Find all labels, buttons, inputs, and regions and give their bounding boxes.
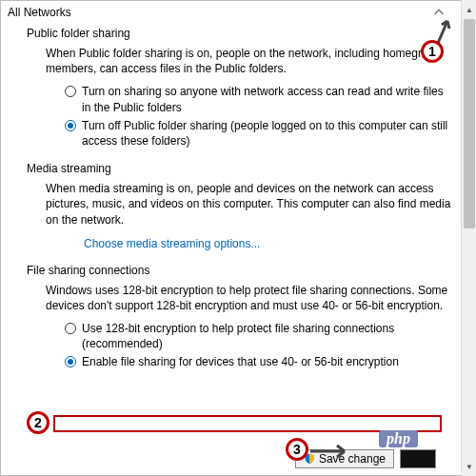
php-badge: php xyxy=(379,430,418,447)
vertical-scrollbar[interactable]: ▲ ▼ xyxy=(461,0,476,476)
file-sharing-connections-section: File sharing connections Windows uses 12… xyxy=(8,260,453,370)
all-networks-heading[interactable]: All Networks xyxy=(8,4,453,23)
annotation-callout-2: 2 xyxy=(27,411,50,434)
radio-icon xyxy=(65,356,76,367)
fsc-radio-40-56bit[interactable]: Enable file sharing for devices that use… xyxy=(65,354,453,369)
annotation-callout-1: 1 xyxy=(421,40,444,63)
pfs-opt2-label: Turn off Public folder sharing (people l… xyxy=(82,118,453,149)
annotation-arrow-3 xyxy=(307,440,354,463)
annotation-callout-3: 3 xyxy=(286,438,308,461)
media-title: Media streaming xyxy=(27,158,453,175)
pfs-desc: When Public folder sharing is on, people… xyxy=(27,46,453,76)
pfs-radio-turn-off[interactable]: Turn off Public folder sharing (people l… xyxy=(65,118,453,149)
public-folder-sharing-section: Public folder sharing When Public folder… xyxy=(8,23,453,149)
pfs-radio-turn-on[interactable]: Turn on sharing so anyone with network a… xyxy=(65,84,453,114)
scroll-thumb[interactable] xyxy=(464,19,475,228)
media-streaming-section: Media streaming When media streaming is … xyxy=(8,158,453,250)
fsc-opt1-label: Use 128-bit encryption to help protect f… xyxy=(82,321,453,351)
media-desc: When media streaming is on, people and d… xyxy=(27,181,453,228)
radio-icon xyxy=(65,120,76,131)
fsc-title: File sharing connections xyxy=(27,260,453,277)
fsc-opt2-label: Enable file sharing for devices that use… xyxy=(82,354,399,369)
pfs-opt1-label: Turn on sharing so anyone with network a… xyxy=(82,84,453,114)
cancel-button[interactable] xyxy=(400,449,436,468)
pfs-title: Public folder sharing xyxy=(27,23,453,40)
fsc-radio-128bit[interactable]: Use 128-bit encryption to help protect f… xyxy=(65,321,453,351)
fsc-desc: Windows uses 128-bit encryption to help … xyxy=(27,283,453,313)
radio-icon xyxy=(65,323,76,334)
radio-icon xyxy=(65,86,76,97)
scroll-up-icon[interactable]: ▲ xyxy=(462,2,476,17)
heading-text: All Networks xyxy=(8,6,71,19)
footer: Save change xyxy=(0,449,446,468)
scroll-down-icon[interactable]: ▼ xyxy=(462,459,476,474)
media-streaming-options-link[interactable]: Choose media streaming options... xyxy=(27,237,260,250)
